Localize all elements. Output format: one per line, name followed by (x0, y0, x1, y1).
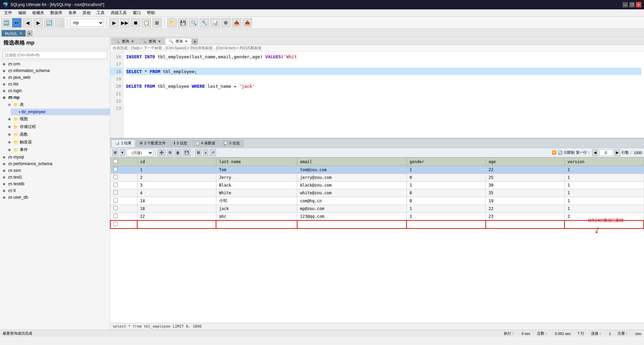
res-btn-save[interactable]: 💾 (183, 149, 191, 156)
toolbar-btn8[interactable]: 📥 (243, 18, 252, 27)
col-header-version[interactable]: version (565, 158, 644, 166)
sql-editor[interactable]: 16 17 18 19 20 21 22 23 INSERT INTO tbl_… (110, 52, 644, 139)
table-row[interactable]: 1 Tom tom@zou.com 1 22 1 (110, 166, 644, 174)
toolbar-btn2[interactable]: 💾 (178, 18, 187, 27)
titlebar-controls[interactable]: — ❐ ✕ (623, 2, 641, 7)
res-btn-options[interactable]: ▾ (120, 149, 125, 156)
row-checkbox[interactable] (113, 222, 118, 226)
result-tab-1[interactable]: 📊 1 结果 (111, 140, 135, 147)
sidebar-filter-input[interactable] (3, 51, 107, 59)
row-checkbox[interactable] (113, 206, 118, 210)
tree-item-testdb[interactable]: ⊕ 🗃 testdb (0, 181, 110, 187)
toolbar-stop-query[interactable]: ⏹ (131, 18, 140, 27)
toolbar-btn3[interactable]: 🔍 (189, 18, 198, 27)
expand-procedures[interactable]: ⊕ (8, 125, 12, 129)
menu-table[interactable]: 表单 (66, 9, 79, 16)
tree-item-information-schema[interactable]: ⊕ 🗃 information_schema (0, 67, 110, 74)
expand-performance-schema[interactable]: ⊕ (3, 162, 7, 166)
result-tab-3[interactable]: ℹ 3 信息 (170, 140, 191, 147)
expand-information-schema[interactable]: ⊕ (3, 69, 7, 73)
db-tab-mysql[interactable]: MySQL ✕ (1, 30, 26, 37)
menu-advanced[interactable]: 高级工具 (108, 9, 129, 16)
tree-item-triggers[interactable]: ⊕ 📁 触发器 (5, 138, 110, 146)
expand-user-db[interactable]: ⊕ (3, 196, 7, 199)
toolbar-btn7[interactable]: 📤 (232, 18, 241, 27)
result-tab-4[interactable]: 📋 4 表数据 (192, 140, 219, 147)
res-btn-grid[interactable]: ⊞ (112, 149, 118, 156)
tree-item-java-web[interactable]: ⊕ 🗃 java_web (0, 74, 110, 81)
row-checkbox[interactable] (113, 167, 118, 171)
col-header-id[interactable]: id (137, 158, 216, 166)
query-tab-3-close[interactable]: ✕ (185, 40, 187, 43)
table-row[interactable]: 22 abc 123@qq.com 1 23 2 (110, 213, 644, 221)
toolbar-open[interactable]: ↩ (12, 18, 21, 27)
menu-favorites[interactable]: 收藏夹 (30, 9, 47, 16)
tree-item-list[interactable]: ⊕ 🗃 list (0, 81, 110, 87)
query-tab-1[interactable]: 🔍 查询 ✕ (111, 38, 138, 45)
data-table-container[interactable]: id last name email gender age version (110, 157, 644, 323)
toolbar-table[interactable]: 📋 (142, 18, 151, 27)
col-header-cb[interactable] (110, 158, 137, 166)
tree-item-test1[interactable]: ⊕ 🗃 test1 (0, 174, 110, 181)
col-header-email[interactable]: email (297, 158, 407, 166)
toolbar-back[interactable]: ◀ (23, 18, 32, 27)
row-checkbox[interactable] (113, 175, 118, 179)
first-row-input[interactable] (599, 149, 613, 156)
tree-item-tables[interactable]: ⊖ 📁 表 (5, 101, 110, 109)
expand-functions[interactable]: ⊕ (8, 133, 12, 136)
minimize-button[interactable]: — (623, 2, 628, 7)
tree-item-mp[interactable]: ⊖ 🗃 mp (0, 94, 110, 101)
expand-mp[interactable]: ⊖ (3, 96, 7, 99)
db-tab-add[interactable]: + (26, 30, 33, 37)
result-tab-2[interactable]: ⚙ 2 个配置文件 (136, 140, 169, 147)
res-btn-add[interactable]: ➕ (158, 149, 166, 156)
toolbar-new[interactable]: 🆕 (1, 18, 11, 27)
db-tab-close[interactable]: ✕ (19, 31, 22, 35)
table-row[interactable]: 4 White white@zou.com 0 35 1 (110, 189, 644, 197)
tree-item-tbl-employee[interactable]: ⊕ ▪ tbl_employee (11, 109, 110, 115)
toolbar-btn1[interactable]: 📁 (167, 18, 177, 27)
tree-item-login[interactable]: ⊕ 🗃 login (0, 87, 110, 94)
col-header-age[interactable]: age (486, 158, 565, 166)
tree-item-tt[interactable]: ⊕ 🗃 tt (0, 187, 110, 194)
toolbar-grid[interactable]: ⊞ (152, 18, 162, 27)
expand-crm[interactable]: ⊕ (3, 62, 7, 66)
tree-item-user-db[interactable]: ⊕ 🗃 user_db (0, 194, 110, 201)
table-row[interactable]: 18 jack mp@zou.com 1 22 1 (110, 205, 644, 213)
res-btn-rows[interactable]: ≡ (203, 149, 208, 156)
menu-database[interactable]: 数据库 (48, 9, 65, 16)
expand-events[interactable]: ⊕ (8, 148, 12, 152)
res-mode-select[interactable]: （只读） (126, 149, 153, 156)
tree-item-events[interactable]: ⊕ 📁 事件 (5, 146, 110, 154)
tree-item-performance-schema[interactable]: ⊕ 🗃 performance_schema (0, 160, 110, 167)
expand-test1[interactable]: ⊕ (3, 176, 7, 179)
prev-page-button[interactable]: ◀ (592, 149, 598, 156)
menu-edit[interactable]: 编辑 (15, 9, 29, 16)
res-btn-export[interactable]: ↗ (210, 149, 216, 156)
query-tab-3[interactable]: 🔍 查询 ✕ (165, 38, 191, 45)
expand-list[interactable]: ⊕ (3, 82, 7, 86)
res-btn-dup[interactable]: ⧉ (167, 149, 173, 156)
query-tab-2-close[interactable]: ✕ (158, 40, 161, 43)
menu-file[interactable]: 文件 (1, 9, 15, 16)
table-row[interactable]: 2 Jerry jerry@zou.com 0 25 1 (110, 174, 644, 182)
tree-item-ssm[interactable]: ⊕ 🗃 ssm (0, 167, 110, 174)
query-tab-add[interactable]: + (192, 39, 198, 45)
next-page-button[interactable]: ▶ (614, 149, 620, 156)
col-header-gender[interactable]: gender (407, 158, 485, 166)
sql-content[interactable]: INSERT INTO tbl_employee(last_name,email… (123, 52, 644, 138)
query-tab-1-close[interactable]: ✕ (131, 40, 134, 43)
menu-window[interactable]: 窗口 (130, 9, 144, 16)
expand-triggers[interactable]: ⊕ (8, 140, 12, 144)
table-row[interactable]: 3 Black black@zou.com 1 30 1 (110, 182, 644, 189)
menu-other[interactable]: 其他 (80, 9, 93, 16)
tree-item-mysql[interactable]: ⊕ 🗃 mysql (0, 154, 110, 160)
menu-help[interactable]: 帮助 (144, 9, 158, 16)
tree-item-views[interactable]: ⊕ 📁 视图 (5, 115, 110, 123)
table-row[interactable]: 14 小邹 com@hq.cn 0 19 1 (110, 197, 644, 205)
toolbar-forward[interactable]: ▶ (34, 18, 43, 27)
toolbar-stop[interactable]: ⬜ (55, 18, 64, 27)
toolbar-refresh[interactable]: 🔄 (44, 18, 54, 27)
tree-item-procedures[interactable]: ⊕ 📁 存储过程 (5, 123, 110, 131)
expand-tables[interactable]: ⊖ (8, 103, 12, 107)
